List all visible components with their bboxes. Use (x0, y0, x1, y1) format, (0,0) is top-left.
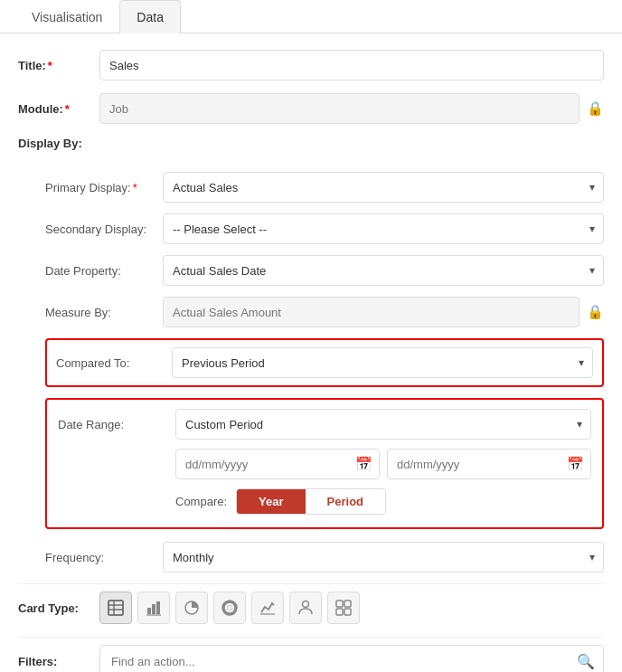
grid-icon (335, 600, 352, 616)
date-property-row: Date Property: Actual Sales Date (45, 255, 604, 286)
title-label: Title:* (18, 59, 99, 72)
svg-rect-16 (344, 609, 351, 615)
divider-2 (18, 637, 604, 638)
svg-rect-5 (152, 604, 156, 614)
date-range-row: Date Range: Custom Period This Month Las… (58, 409, 591, 440)
svg-rect-4 (147, 608, 151, 614)
tab-visualisation[interactable]: Visualisation (14, 0, 119, 33)
date-inputs-row: 📅 📅 (58, 449, 591, 479)
compared-to-select-wrapper[interactable]: Previous Period Same Period Last Year Bu… (172, 347, 593, 378)
title-input[interactable] (99, 50, 604, 80)
module-label: Module:* (18, 102, 99, 116)
measure-by-lock-icon: 🔒 (587, 304, 604, 320)
svg-rect-0 (108, 601, 123, 615)
display-by-label: Display By: (18, 137, 99, 150)
primary-display-row: Primary Display:* Actual Sales Budgeted … (45, 172, 604, 203)
svg-rect-15 (336, 609, 343, 615)
start-date-wrapper[interactable]: 📅 (175, 449, 380, 479)
date-range-select[interactable]: Custom Period This Month Last Month This… (175, 409, 591, 440)
secondary-display-row: Secondary Display: -- Please Select -- (45, 213, 604, 244)
card-icons-group (99, 592, 360, 624)
person-icon-button[interactable] (289, 592, 322, 624)
primary-display-select-wrapper[interactable]: Actual Sales Budgeted Sales Forecast Sal… (163, 172, 604, 203)
secondary-display-select[interactable]: -- Please Select -- (163, 213, 604, 244)
compared-to-box: Compared To: Previous Period Same Period… (45, 338, 604, 387)
svg-rect-13 (336, 601, 343, 607)
primary-display-label: Primary Display:* (45, 181, 163, 194)
card-type-label: Card Type: (18, 601, 99, 615)
compared-to-select[interactable]: Previous Period Same Period Last Year Bu… (172, 347, 593, 378)
date-property-select-wrapper[interactable]: Actual Sales Date (163, 255, 604, 286)
compare-toggle: Year Period (236, 488, 386, 515)
donut-chart-icon (221, 600, 238, 616)
date-range-select-wrapper[interactable]: Custom Period This Month Last Month This… (175, 409, 591, 440)
filters-label: Filters: (18, 655, 99, 668)
date-property-select[interactable]: Actual Sales Date (163, 255, 604, 286)
grid-icon-button[interactable] (327, 592, 360, 624)
filter-input-wrapper[interactable]: 🔍 (99, 645, 604, 672)
end-date-input[interactable] (387, 449, 591, 479)
table-icon (108, 600, 124, 616)
primary-display-select[interactable]: Actual Sales Budgeted Sales Forecast Sal… (163, 172, 604, 203)
measure-by-row: Measure By: 🔒 (45, 297, 604, 327)
measure-by-input (163, 297, 580, 327)
frequency-label: Frequency: (45, 551, 163, 564)
card-type-row: Card Type: (18, 592, 604, 624)
module-input-wrapper: 🔒 (99, 93, 604, 124)
date-range-box: Date Range: Custom Period This Month Las… (45, 398, 604, 529)
frequency-row: Frequency: Monthly Weekly Daily Quarterl… (45, 542, 604, 573)
date-property-label: Date Property: (45, 264, 163, 278)
form-body: Title:* Module:* 🔒 Display By: Primary D… (0, 33, 622, 672)
frequency-select[interactable]: Monthly Weekly Daily Quarterly Yearly (163, 542, 604, 573)
measure-by-wrapper: 🔒 (163, 297, 604, 327)
compare-year-button[interactable]: Year (237, 489, 305, 514)
line-chart-icon (259, 600, 276, 616)
svg-rect-6 (156, 601, 160, 614)
start-date-input[interactable] (175, 449, 380, 479)
date-range-label: Date Range: (58, 418, 175, 431)
bar-chart-icon (146, 600, 162, 616)
divider-1 (18, 583, 604, 584)
donut-chart-icon-button[interactable] (213, 592, 246, 624)
module-input (99, 93, 580, 124)
compare-label: Compare: (175, 495, 227, 508)
svg-rect-14 (344, 601, 351, 607)
measure-by-label: Measure By: (45, 306, 163, 319)
svg-point-10 (228, 606, 232, 610)
tabs-bar: Visualisation Data (0, 0, 622, 33)
secondary-display-select-wrapper[interactable]: -- Please Select -- (163, 213, 604, 244)
compared-to-label: Compared To: (56, 356, 165, 370)
table-icon-button[interactable] (99, 592, 132, 624)
module-row: Module:* 🔒 (18, 93, 604, 124)
display-by-row: Display By: (18, 137, 604, 159)
compare-period-button[interactable]: Period (306, 489, 385, 514)
svg-point-12 (303, 601, 309, 608)
compare-row: Compare: Year Period (58, 488, 591, 515)
module-lock-icon: 🔒 (587, 100, 604, 117)
pie-chart-icon-button[interactable] (175, 592, 208, 624)
pie-chart-icon (184, 600, 200, 616)
end-date-wrapper[interactable]: 📅 (387, 449, 591, 479)
secondary-display-label: Secondary Display: (45, 222, 163, 236)
tab-data[interactable]: Data (119, 0, 181, 33)
bar-chart-icon-button[interactable] (137, 592, 170, 624)
line-chart-icon-button[interactable] (251, 592, 284, 624)
filter-search-input[interactable] (99, 645, 604, 672)
title-row: Title:* (18, 50, 604, 80)
filters-row: Filters: 🔍 (18, 645, 604, 672)
indent-section: Primary Display:* Actual Sales Budgeted … (18, 172, 604, 573)
frequency-select-wrapper[interactable]: Monthly Weekly Daily Quarterly Yearly (163, 542, 604, 573)
person-icon (297, 600, 314, 616)
